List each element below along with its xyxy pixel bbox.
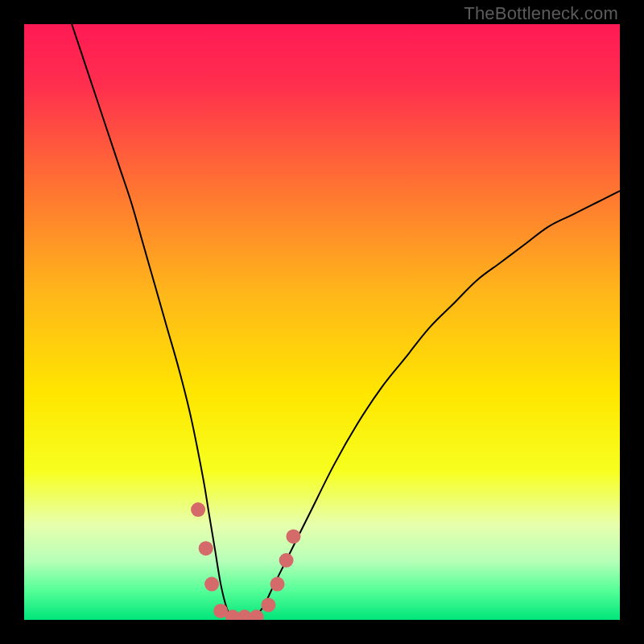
bottleneck-curve-path xyxy=(72,24,620,620)
highlight-dot xyxy=(191,502,205,517)
curve-layer xyxy=(24,24,620,620)
plot-area xyxy=(24,24,620,620)
highlight-dot xyxy=(199,541,213,555)
highlight-dot xyxy=(270,577,285,592)
highlight-dot xyxy=(279,553,294,568)
highlight-dot xyxy=(204,577,219,592)
highlight-dot xyxy=(286,529,300,543)
highlight-dot xyxy=(250,609,264,620)
watermark-text: TheBottleneck.com xyxy=(464,3,618,24)
highlight-dot xyxy=(261,598,275,613)
chart-container: TheBottleneck.com xyxy=(0,0,644,644)
highlight-dots-group xyxy=(191,502,300,620)
